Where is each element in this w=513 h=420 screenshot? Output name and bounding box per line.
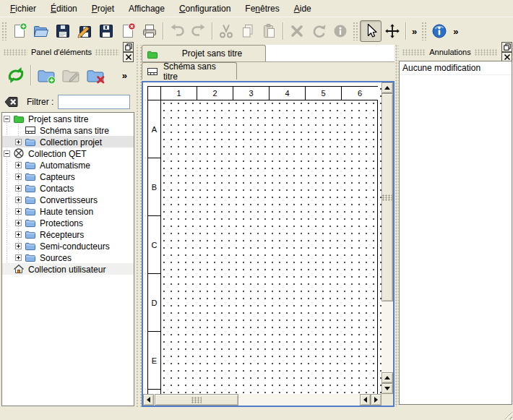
new-document-button[interactable] (9, 20, 30, 42)
tree-item[interactable]: Collection projet (2, 136, 134, 147)
pointer-button[interactable] (360, 20, 381, 42)
toolbar-overflow-chevron[interactable]: » (450, 26, 461, 37)
dock-handle[interactable] (402, 49, 426, 56)
save-button[interactable] (52, 20, 74, 42)
scroll-down-button[interactable] (381, 383, 393, 394)
scroll-left-button[interactable] (360, 394, 371, 406)
tree-expander-plus-icon[interactable] (15, 254, 22, 261)
undo-list-item[interactable]: Aucune modification (400, 61, 512, 75)
rotate-button[interactable] (308, 20, 329, 42)
menu-edition[interactable]: Édition (43, 1, 85, 16)
tree-item[interactable]: Projet sans titre (2, 113, 134, 124)
menu-fichier[interactable]: Fichier (3, 1, 43, 16)
tree-item[interactable]: Haute tension (2, 205, 134, 217)
tree-item[interactable]: Capteurs (2, 171, 134, 182)
print-button[interactable] (139, 20, 160, 42)
tree-item[interactable]: Récepteurs (2, 228, 134, 240)
reload-collections-button[interactable] (4, 63, 28, 87)
filter-label: Filtrer : (27, 97, 53, 107)
tree-expander-plus-icon[interactable] (15, 173, 22, 180)
scroll-up-button[interactable] (381, 82, 393, 93)
scroll-right-button[interactable] (371, 394, 381, 406)
tree-expander-plus-icon[interactable] (15, 185, 22, 192)
toolbar-drag-handle[interactable] (1, 22, 7, 40)
filter-input[interactable] (58, 95, 130, 109)
tree-expander-plus-icon[interactable] (15, 208, 22, 215)
tree-item[interactable]: Collection utilisateur (2, 263, 134, 275)
tree-item[interactable]: Collection QET (2, 147, 134, 159)
horizontal-scrollbar[interactable] (143, 394, 381, 406)
tree-item[interactable]: Contacts (2, 182, 134, 194)
folder-delete-button[interactable] (83, 63, 108, 87)
folder-new-button[interactable] (34, 63, 59, 87)
tree-item[interactable]: Convertisseurs (2, 194, 134, 205)
tree-expander-plus-icon[interactable] (15, 197, 22, 203)
tree-item[interactable]: Schéma sans titre (2, 124, 134, 136)
column-header: 4 (270, 87, 306, 100)
open-document-button[interactable] (30, 20, 52, 42)
toolbar-overflow-chevron[interactable]: » (119, 70, 130, 81)
tree-item[interactable]: Semi-conducteurs (2, 240, 134, 252)
tools-toolbar: » (351, 18, 420, 44)
left-splitter[interactable] (134, 45, 142, 407)
menubar: FichierÉditionProjetAffichageConfigurati… (0, 0, 513, 17)
diagram-canvas[interactable]: 123456 ABCDE (143, 82, 381, 394)
diagram-frame: 123456 ABCDE (147, 86, 378, 394)
dock-float-button[interactable] (501, 42, 512, 52)
resize-grip-icon[interactable] (503, 410, 512, 419)
dock-handle[interactable] (475, 49, 498, 56)
tab-schema[interactable]: Schéma sans titre (142, 62, 237, 80)
save-as-button[interactable] (74, 20, 95, 42)
tree-expander-plus-icon[interactable] (15, 220, 22, 226)
copy-button[interactable] (237, 20, 259, 42)
application-window: FichierÉditionProjetAffichageConfigurati… (0, 0, 513, 420)
delete-button[interactable] (286, 20, 308, 42)
tab-project[interactable]: Projet sans titre (142, 45, 266, 61)
toolbar-separator (405, 22, 407, 40)
horizontal-scroll-thumb[interactable] (155, 394, 238, 406)
folder-blue-icon (25, 182, 36, 194)
tree-item-label: Collection QET (28, 148, 87, 159)
close-file-button[interactable] (117, 20, 139, 42)
row-labels: ABCDE (148, 100, 161, 394)
folder-edit-button[interactable] (59, 63, 83, 87)
move-button[interactable] (381, 20, 403, 42)
tree-expander-plus-icon[interactable] (15, 139, 22, 145)
object-info-button[interactable] (329, 20, 351, 42)
redo-button[interactable] (188, 20, 210, 42)
schema-icon (147, 66, 159, 77)
menu-affichage[interactable]: Affichage (121, 1, 172, 16)
menu-projet[interactable]: Projet (85, 1, 121, 16)
tree-item[interactable]: Protections (2, 217, 134, 228)
tree-item[interactable]: Automatisme (2, 159, 134, 171)
vertical-scroll-thumb[interactable] (381, 93, 393, 301)
tree-expander-plus-icon[interactable] (15, 231, 22, 238)
tree-expander-minus-icon[interactable] (4, 150, 10, 157)
tree-item-label: Schéma sans titre (40, 125, 109, 136)
dock-handle[interactable] (95, 49, 119, 56)
menu-configuration[interactable]: Configuration (172, 1, 238, 16)
save-all-button[interactable] (95, 20, 117, 42)
tree-expander-plus-icon[interactable] (15, 162, 22, 168)
menu-fenetres[interactable]: Fenêtres (238, 1, 286, 16)
scroll-up-button[interactable] (381, 372, 393, 383)
info-blue-button[interactable] (428, 20, 450, 42)
tree-expander-minus-icon[interactable] (4, 116, 10, 122)
undo-button[interactable] (166, 20, 188, 42)
tree-expander-plus-icon[interactable] (15, 243, 22, 249)
vertical-scrollbar[interactable] (381, 82, 393, 394)
toolbar-overflow-chevron[interactable]: » (409, 26, 420, 37)
dock-handle[interactable] (4, 49, 27, 56)
cut-button[interactable] (215, 20, 237, 42)
toolbar-drag-handle[interactable] (421, 22, 427, 40)
elements-tree: Projet sans titreSchéma sans titreCollec… (1, 112, 134, 406)
tree-item[interactable]: Sources (2, 252, 134, 263)
menu-aide[interactable]: Aide (287, 1, 319, 16)
dock-float-button[interactable] (123, 42, 134, 52)
paste-button[interactable] (259, 20, 280, 42)
tree-item-label: Capteurs (40, 171, 75, 182)
clear-filter-button[interactable] (4, 95, 21, 109)
scroll-left-button[interactable] (143, 394, 154, 406)
tree-item-label: Collection projet (40, 137, 102, 147)
toolbar-drag-handle[interactable] (353, 22, 358, 40)
